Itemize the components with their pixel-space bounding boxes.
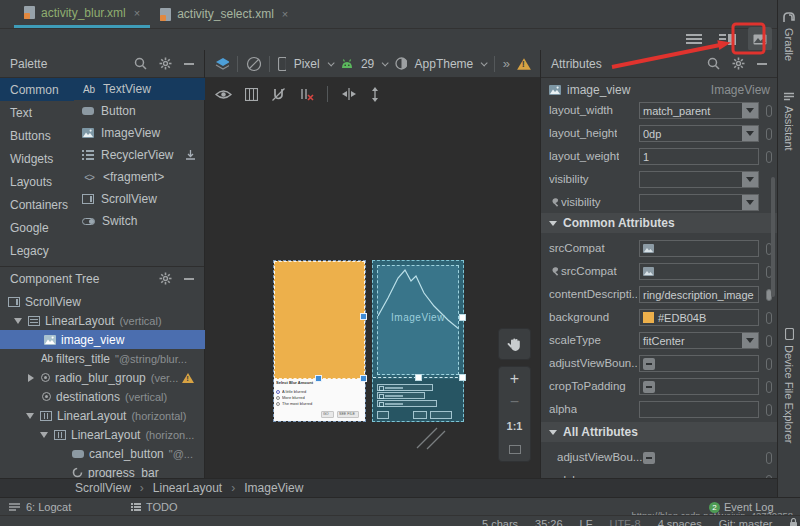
palette-category-text[interactable]: Text [0,101,74,124]
breadcrumb-imageview[interactable]: ImageView [244,481,303,495]
status-encoding[interactable]: UTF-8 [609,518,640,526]
guidelines-icon[interactable] [245,88,258,101]
split-view-icon[interactable] [715,27,739,51]
status-git-branch[interactable]: Git: master [719,518,773,526]
zoom-in-button[interactable]: + [498,367,531,391]
palette-item-switch[interactable]: Switch [74,210,205,232]
align-icon[interactable] [341,88,357,100]
resize-handle[interactable] [360,375,367,382]
search-icon[interactable] [134,57,147,70]
close-icon[interactable]: × [282,8,288,20]
theme-selector[interactable]: AppTheme [415,57,474,71]
code-view-icon[interactable] [682,27,706,51]
resize-handle[interactable] [459,374,466,381]
tree-item-filters-title[interactable]: Ab filters_title "@string/blur... [0,349,205,368]
attr-value-checkbox[interactable] [639,355,759,372]
gear-icon[interactable] [159,57,172,70]
tree-item-destinations[interactable]: destinations (vertical) [0,387,205,406]
attr-value-dropdown[interactable]: match_parent [639,102,759,119]
toolbar-overflow[interactable]: » [503,56,510,71]
dropdown-arrow-icon[interactable] [742,103,758,118]
tree-item-scrollview[interactable]: ScrollView [0,292,205,311]
blueprint-preview-phone[interactable]: ImageView [372,260,464,422]
attr-value-input[interactable]: 1 [639,148,759,165]
resize-handle[interactable] [315,375,322,382]
zoom-ratio-button[interactable]: 1:1 [498,414,531,438]
tree-item-radio-blur-group[interactable]: radio_blur_group (ver... [0,368,205,387]
hide-panel-icon[interactable] [184,278,194,280]
pin-icon[interactable] [766,105,772,117]
device-file-explorer-tab[interactable]: Device File Explorer [778,328,800,443]
imageview-design-preview[interactable] [274,261,365,379]
todo-button[interactable]: TODO [146,501,178,513]
orientation-icon[interactable] [246,56,260,72]
imageview-blueprint[interactable]: ImageView [377,265,459,375]
tab-activity-select[interactable]: activity_select.xml × [150,0,298,28]
attr-value-checkbox[interactable] [639,378,759,395]
pin-icon[interactable] [766,312,772,324]
expand-vertical-icon[interactable] [370,87,380,102]
pin-icon[interactable] [766,404,772,416]
chevron-down-icon[interactable] [26,413,34,419]
palette-category-legacy[interactable]: Legacy [0,239,74,262]
indeterminate-checkbox-icon[interactable] [643,381,655,393]
hide-panel-icon[interactable] [757,63,767,65]
assistant-tab[interactable]: Assistant [778,92,800,151]
tree-item-linearlayout-h[interactable]: LinearLayout (horizontal) [0,406,205,425]
lock-icon[interactable] [789,518,798,526]
view-options-eye-icon[interactable] [215,89,232,100]
pin-icon[interactable] [766,381,772,393]
clear-constraints-icon[interactable] [299,87,314,101]
attr-value-dropdown[interactable]: 0dp [639,125,759,142]
palette-item-fragment[interactable]: <> <fragment> [74,166,205,188]
attr-value-picker[interactable] [639,240,759,257]
palette-item-recyclerview[interactable]: RecyclerView [74,144,205,166]
pin-icon[interactable] [766,128,772,140]
attr-value-dropdown[interactable] [639,171,759,188]
tree-item-linearlayout-v[interactable]: LinearLayout (vertical) [0,311,205,330]
attr-value-dropdown[interactable] [639,194,759,211]
palette-item-button[interactable]: Button [74,100,205,122]
palette-item-scrollview[interactable]: ScrollView [74,188,205,210]
zoom-out-button[interactable]: − [498,391,531,415]
gear-icon[interactable] [732,57,745,70]
palette-category-containers[interactable]: Containers [0,193,74,216]
indeterminate-checkbox-icon[interactable] [643,452,655,464]
search-icon[interactable] [707,57,720,70]
resize-handle[interactable] [360,313,367,320]
palette-item-textview[interactable]: Ab TextView [74,78,205,100]
warning-icon[interactable] [517,58,531,70]
pan-tool[interactable] [498,328,531,360]
breadcrumb-linearlayout[interactable]: LinearLayout [153,481,222,495]
api-level-selector[interactable]: 29 [361,57,374,71]
palette-category-widgets[interactable]: Widgets [0,147,74,170]
tree-item-cancel-button[interactable]: cancel_button "@... [0,444,205,463]
color-swatch[interactable] [643,312,654,323]
tree-item-image-view[interactable]: image_view [0,330,205,349]
tree-item-linearlayout-h2[interactable]: LinearLayout (horizon... [0,425,205,444]
palette-category-google[interactable]: Google [0,216,74,239]
canvas-resize-corner[interactable] [415,426,453,450]
pin-icon[interactable] [766,151,772,163]
zoom-fit-button[interactable] [498,438,531,462]
attr-value-color[interactable]: #EDB04B [639,309,759,326]
design-view-icon[interactable] [748,27,772,51]
dropdown-arrow-icon[interactable] [742,333,758,348]
attr-value-picker[interactable] [639,263,759,280]
attr-value-input[interactable] [639,401,759,418]
pin-icon[interactable] [766,358,772,370]
pin-icon[interactable] [766,452,772,464]
logcat-button[interactable]: 6: Logcat [26,501,71,513]
section-all-attributes[interactable]: All Attributes [541,422,777,442]
indeterminate-checkbox-icon[interactable] [643,358,655,370]
section-common-attributes[interactable]: Common Attributes [541,213,777,233]
hide-panel-icon[interactable] [184,63,194,65]
resize-handle[interactable] [459,314,466,321]
tab-activity-blur[interactable]: activity_blur.xml × [14,0,150,28]
chevron-right-icon[interactable] [28,374,34,382]
autoconnect-off-icon[interactable] [271,87,286,102]
dropdown-arrow-icon[interactable] [742,172,758,187]
status-line-ending[interactable]: LF [580,518,593,526]
palette-category-buttons[interactable]: Buttons [0,124,74,147]
status-position[interactable]: 35:26 [535,518,563,526]
